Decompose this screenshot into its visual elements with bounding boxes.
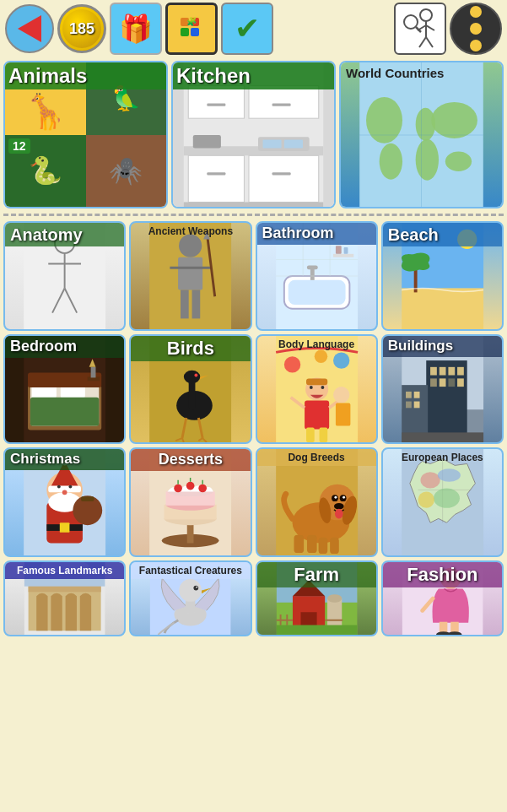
puzzle-button[interactable]: 🧩 — [165, 3, 218, 55]
svg-rect-197 — [276, 625, 357, 635]
svg-rect-62 — [335, 246, 341, 254]
svg-rect-45 — [178, 257, 202, 290]
options-button[interactable] — [450, 3, 502, 55]
svg-rect-99 — [306, 378, 327, 385]
fantastical-creatures-label: Fantastical Creatures — [131, 562, 250, 579]
svg-rect-17 — [188, 155, 244, 202]
svg-rect-137 — [81, 496, 94, 501]
svg-rect-63 — [343, 247, 348, 254]
category-dog-breeds[interactable]: Dog Breeds — [256, 447, 378, 557]
category-buildings[interactable]: Buildings — [381, 334, 504, 444]
category-ancient-weapons[interactable]: Ancient Weapons — [129, 221, 251, 331]
svg-rect-100 — [305, 401, 329, 430]
svg-rect-106 — [335, 403, 349, 425]
svg-rect-15 — [249, 86, 319, 119]
svg-rect-116 — [448, 378, 455, 387]
svg-rect-23 — [207, 104, 225, 106]
svg-point-146 — [174, 484, 182, 493]
svg-rect-165 — [318, 538, 327, 554]
svg-point-32 — [416, 139, 439, 181]
svg-point-135 — [62, 490, 67, 495]
category-bathroom[interactable]: Bathroom — [256, 221, 378, 331]
svg-rect-24 — [272, 104, 291, 106]
svg-point-133 — [57, 485, 61, 489]
back-arrow-icon — [18, 15, 41, 42]
main-categories-grid: Anatomy Ancient Weapons Bathroom — [0, 221, 507, 560]
svg-rect-117 — [457, 378, 464, 387]
svg-point-192 — [327, 594, 342, 603]
svg-point-83 — [184, 371, 200, 384]
svg-rect-55 — [306, 265, 317, 269]
category-christmas[interactable]: Christmas — [3, 447, 126, 557]
svg-rect-18 — [249, 155, 319, 202]
category-animals[interactable]: Animals 🦒 🦜 12 🐍 🕷️ — [3, 61, 168, 208]
gift-button[interactable]: 🎁 — [110, 3, 162, 55]
svg-point-29 — [366, 97, 402, 143]
category-kitchen[interactable]: Kitchen — [171, 61, 336, 208]
beach-label: Beach — [383, 223, 502, 246]
bedroom-label: Bedroom — [5, 336, 124, 358]
category-fashion[interactable]: Fashion — [381, 560, 504, 636]
svg-point-94 — [333, 352, 349, 368]
svg-rect-112 — [448, 367, 455, 376]
svg-rect-75 — [30, 398, 99, 426]
svg-rect-2 — [181, 28, 189, 36]
svg-point-184 — [194, 586, 199, 591]
coins-badge: 185 — [57, 4, 106, 53]
category-farm[interactable]: Farm — [256, 560, 378, 636]
birds-label: Birds — [131, 336, 250, 361]
animals-label: Animals — [5, 62, 166, 89]
world-countries-label: World Countries — [341, 62, 502, 84]
svg-rect-163 — [294, 535, 304, 553]
svg-text:🧩: 🧩 — [186, 16, 197, 27]
svg-point-105 — [333, 387, 349, 403]
svg-rect-78 — [91, 367, 96, 378]
svg-rect-48 — [192, 290, 201, 318]
svg-point-5 — [420, 9, 432, 21]
svg-point-98 — [321, 386, 324, 389]
category-beach[interactable]: Beach — [381, 221, 504, 331]
puzzle-icon: 🧩 — [175, 13, 208, 45]
svg-rect-53 — [288, 280, 345, 305]
figure-button[interactable] — [394, 3, 446, 55]
category-body-language[interactable]: Body Language — [256, 334, 378, 444]
svg-point-182 — [179, 579, 202, 602]
category-fantastical-creatures[interactable]: Fantastical Creatures — [129, 560, 251, 636]
svg-rect-191 — [327, 598, 342, 626]
anatomy-label: Anatomy — [5, 223, 124, 246]
coins-value: 185 — [69, 7, 94, 51]
svg-point-173 — [418, 491, 434, 507]
svg-point-11 — [404, 15, 418, 29]
svg-point-159 — [334, 496, 337, 499]
svg-point-172 — [434, 489, 460, 508]
svg-point-185 — [197, 587, 198, 588]
category-birds[interactable]: Birds — [129, 334, 251, 444]
category-desserts[interactable]: Desserts — [129, 447, 251, 557]
svg-rect-190 — [300, 612, 316, 626]
svg-point-30 — [380, 143, 402, 180]
kitchen-label: Kitchen — [173, 62, 334, 89]
farm-label: Farm — [257, 562, 376, 587]
badge-12: 12 — [8, 138, 30, 154]
category-famous-landmarks[interactable]: Famous Landmarks — [3, 560, 126, 636]
category-world-countries[interactable]: World Countries — [339, 61, 504, 208]
svg-rect-111 — [439, 367, 445, 376]
svg-rect-26 — [272, 172, 291, 175]
gift-icon: 🎁 — [119, 15, 153, 42]
category-bedroom[interactable]: Bedroom — [3, 334, 126, 444]
back-button[interactable] — [5, 4, 54, 53]
svg-point-170 — [420, 472, 440, 488]
check-button[interactable]: ✔ — [221, 3, 273, 55]
category-european-places[interactable]: European Places — [381, 447, 504, 557]
options-icon — [470, 4, 482, 53]
svg-rect-103 — [306, 428, 315, 442]
svg-rect-119 — [406, 392, 412, 398]
svg-rect-47 — [181, 290, 189, 318]
svg-point-160 — [342, 496, 345, 499]
svg-point-162 — [334, 509, 342, 519]
svg-point-97 — [309, 386, 312, 389]
svg-line-9 — [419, 37, 426, 47]
christmas-label: Christmas — [5, 449, 124, 470]
category-anatomy[interactable]: Anatomy — [3, 221, 126, 331]
dog-breeds-label: Dog Breeds — [257, 449, 376, 466]
